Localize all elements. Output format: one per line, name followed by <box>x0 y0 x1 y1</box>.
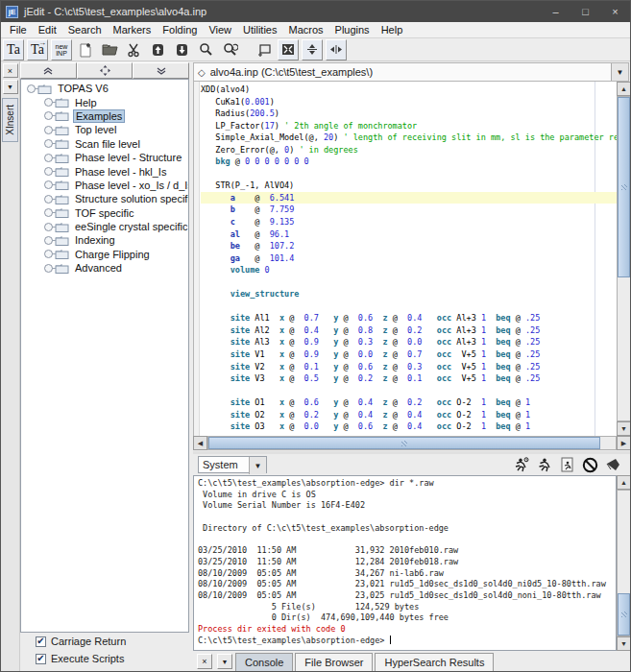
console-line: Volume in drive C is OS <box>198 490 616 501</box>
buffer-selector[interactable]: ◇ alvo4a.inp (C:\c\t5\test_examples\) <box>194 63 611 81</box>
topas-ta-run-button[interactable]: Ta→ <box>27 39 48 60</box>
tree-collapsed-handle-icon[interactable] <box>44 126 53 134</box>
tree-item[interactable]: Charge Flipping <box>21 248 188 261</box>
menu-markers[interactable]: Markers <box>108 23 158 36</box>
tree-root[interactable]: TOPAS V6 <box>21 82 188 95</box>
tree-item[interactable]: Phase level - xo_Is / d_Is <box>21 179 188 192</box>
tree-collapsed-handle-icon[interactable] <box>44 98 53 107</box>
checkbox-execute-scripts[interactable]: ✔ <box>36 654 46 664</box>
console-scroll-down-icon[interactable]: ▼ <box>617 636 631 651</box>
topas-tree[interactable]: TOPAS V6HelpExamplesTop levelScan file l… <box>20 79 189 633</box>
editor-scroll-right-icon[interactable]: ▶ <box>617 436 631 450</box>
menu-folding[interactable]: Folding <box>157 23 203 36</box>
menu-view[interactable]: View <box>203 23 237 36</box>
new-inp-button[interactable]: new INP <box>51 39 72 60</box>
tree-item[interactable]: Phase level - Structure <box>21 151 188 164</box>
xinsert-dock-tab[interactable]: XInsert <box>2 98 18 142</box>
split-vertical-icon[interactable] <box>326 39 347 60</box>
editor-scroll-left-icon[interactable]: ◀ <box>193 436 207 450</box>
menu-edit[interactable]: Edit <box>33 23 62 36</box>
tree-item[interactable]: Advanced <box>21 261 188 275</box>
menu-macros[interactable]: Macros <box>282 23 328 36</box>
tree-item[interactable]: Examples <box>21 109 188 123</box>
tree-item[interactable]: eeSingle crystal specific <box>21 220 188 233</box>
console-line: 08/10/2009 05:05 AM 23,025 ru1d5_1d0sec_… <box>198 590 616 602</box>
split-horizontal-icon[interactable] <box>302 39 323 60</box>
shell-dropdown-icon[interactable]: ▼ <box>249 457 266 474</box>
dock-close-icon[interactable]: × <box>3 63 18 78</box>
buffer-dropdown-icon[interactable]: ▼ <box>611 63 628 81</box>
run-again-icon[interactable] <box>512 456 529 473</box>
tree-item[interactable]: Indexing <box>21 233 188 247</box>
tree-collapsed-handle-icon[interactable] <box>44 208 53 217</box>
tree-collapsed-handle-icon[interactable] <box>44 139 53 148</box>
tree-item[interactable]: Top level <box>21 123 188 136</box>
collapse-up-icon[interactable] <box>20 62 77 79</box>
paste-icon[interactable] <box>171 39 192 60</box>
dock-close-icon[interactable]: × <box>197 654 212 669</box>
dock-menu-icon[interactable]: ▼ <box>3 80 18 94</box>
expand-down-icon[interactable] <box>133 62 189 79</box>
maximize-button[interactable]: □ <box>570 1 600 22</box>
editor-vscroll-thumb[interactable] <box>618 97 630 277</box>
tree-collapsed-handle-icon[interactable] <box>44 167 53 176</box>
menu-search[interactable]: Search <box>62 23 108 36</box>
console-line <box>198 512 616 523</box>
tree-item[interactable]: Structure solution specific <box>21 192 188 205</box>
code-line: site V2 x @ 0.1 y @ 0.6 z @ 0.3 occ V+5 … <box>201 361 617 373</box>
tree-collapsed-handle-icon[interactable] <box>44 111 53 120</box>
cut-icon[interactable] <box>123 39 144 60</box>
stop-icon[interactable] <box>581 456 598 473</box>
tab-console[interactable]: Console <box>235 653 293 671</box>
console-vscroll-thumb[interactable] <box>618 593 630 636</box>
tree-collapsed-handle-icon[interactable] <box>44 223 53 231</box>
new-view-icon[interactable] <box>254 39 275 60</box>
menu-plugins[interactable]: Plugins <box>329 23 376 36</box>
console-prompt[interactable]: C:\c\t5\test_examples\absorption-edge> <box>198 636 616 647</box>
checkbox-carriage-return[interactable]: ✔ <box>36 636 46 647</box>
code-line: Radius(200.5) <box>201 108 617 120</box>
tree-item-label: Phase level - Structure <box>73 152 183 163</box>
tree-expand-handle-icon[interactable] <box>27 84 36 93</box>
editor-scroll-down-icon[interactable]: ▼ <box>617 421 631 436</box>
menu-utilities[interactable]: Utilities <box>237 23 282 36</box>
find-again-icon[interactable] <box>219 39 240 60</box>
tree-item[interactable]: Phase level - hkl_Is <box>21 164 188 178</box>
console-scroll-up-icon[interactable]: ▲ <box>617 475 631 490</box>
tree-item[interactable]: Help <box>21 95 188 108</box>
find-icon[interactable] <box>195 39 216 60</box>
new-file-icon[interactable] <box>75 39 96 60</box>
run-icon[interactable] <box>535 456 552 473</box>
tree-collapsed-handle-icon[interactable] <box>44 180 53 189</box>
open-folder-icon[interactable] <box>99 39 120 60</box>
tree-item[interactable]: TOF specific <box>21 206 188 220</box>
menu-help[interactable]: Help <box>376 23 409 36</box>
tree-collapsed-handle-icon[interactable] <box>44 264 53 273</box>
editor-scroll-up-icon[interactable]: ▲ <box>617 82 631 96</box>
shell-selector[interactable]: System ▼ <box>198 456 267 473</box>
buffer-label: alvo4a.inp (C:\c\t5\test_examples\) <box>210 66 373 78</box>
copy-icon[interactable] <box>147 39 168 60</box>
tree-collapsed-handle-icon[interactable] <box>44 154 53 162</box>
tree-item[interactable]: Scan file level <box>21 137 188 151</box>
close-button[interactable]: × <box>600 1 630 22</box>
text-editor[interactable]: XDD(alvo4) CuKa1(0.001) Radius(200.5) LP… <box>193 82 617 436</box>
code-line: LP_Factor(17) ' 2th angle of monchromato… <box>201 120 617 132</box>
console-output[interactable]: C:\c\t5\test_examples\absorption-edge> d… <box>193 475 617 651</box>
dock-menu-icon[interactable]: ▼ <box>217 654 232 669</box>
tree-item-label: Phase level - hkl_Is <box>73 166 168 178</box>
tree-collapsed-handle-icon[interactable] <box>44 195 53 204</box>
run-to-buffer-icon[interactable] <box>558 456 575 473</box>
menu-file[interactable]: File <box>4 23 33 36</box>
move-icon[interactable] <box>77 62 133 79</box>
clear-icon[interactable] <box>604 456 621 473</box>
tree-collapsed-handle-icon[interactable] <box>44 250 53 258</box>
editor-hscroll-thumb[interactable] <box>208 437 600 449</box>
tree-collapsed-handle-icon[interactable] <box>44 236 53 245</box>
tab-hypersearch-results[interactable]: HyperSearch Results <box>375 653 494 671</box>
unsplit-icon[interactable] <box>278 39 299 60</box>
tab-file-browser[interactable]: File Browser <box>295 653 373 671</box>
tree-item-label: Phase level - xo_Is / d_Is <box>73 180 189 191</box>
topas-ta-button[interactable]: Ta <box>3 39 24 60</box>
minimize-button[interactable]: – <box>541 1 570 22</box>
